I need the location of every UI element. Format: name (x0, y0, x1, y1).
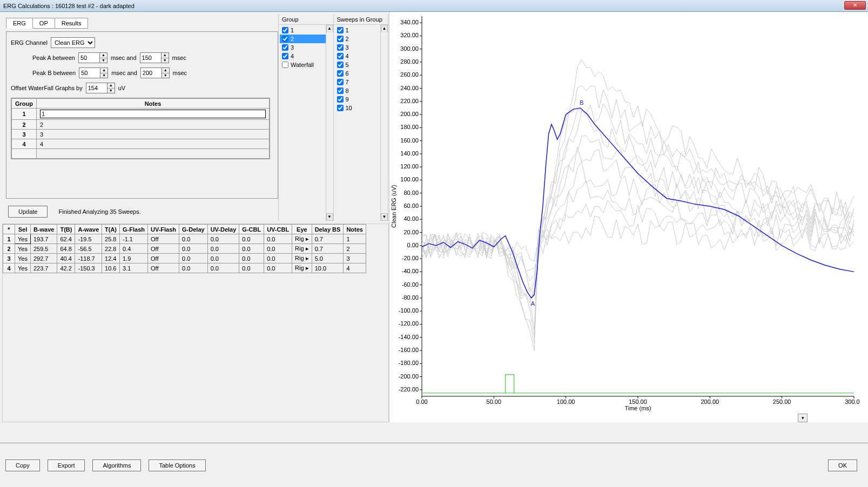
sweep-checkbox[interactable] (337, 27, 344, 33)
sweep-item[interactable]: 8 (335, 86, 387, 95)
sweep-item[interactable]: 9 (335, 95, 387, 104)
results-cell[interactable]: 42.2 (57, 263, 75, 273)
results-cell[interactable]: 3.1 (120, 263, 148, 273)
sweep-item[interactable]: 10 (335, 104, 387, 112)
peak-a-from[interactable] (78, 52, 100, 63)
results-cell[interactable]: 64.8 (57, 244, 75, 254)
offset-value[interactable] (86, 83, 107, 93)
close-button[interactable]: ✕ (844, 1, 866, 10)
results-cell[interactable]: Yes (15, 263, 31, 273)
sweep-item[interactable]: 5 (335, 60, 387, 69)
sweep-item[interactable]: 2 (335, 35, 387, 43)
results-cell[interactable]: Off (147, 234, 179, 244)
results-cell[interactable]: 0.0 (264, 263, 292, 273)
results-cell[interactable]: 0.0 (264, 254, 292, 263)
tab-erg[interactable]: ERG (6, 18, 33, 29)
sweep-checkbox[interactable] (337, 87, 344, 94)
results-cell[interactable]: 0.7 (312, 244, 344, 254)
sweep-checkbox[interactable] (337, 70, 344, 77)
group-item[interactable]: 4 (280, 52, 332, 60)
peak-b-to[interactable] (140, 67, 162, 78)
group-item[interactable]: 1 (280, 26, 332, 35)
results-cell[interactable]: 292.7 (30, 254, 57, 263)
algorithms-button[interactable]: Algorithms (92, 459, 141, 471)
peak-b-to-spin[interactable]: ▲▼ (162, 67, 170, 78)
sweep-checkbox[interactable] (337, 96, 344, 103)
peak-a-from-spin[interactable]: ▲▼ (100, 52, 107, 63)
results-cell[interactable]: 1 (3, 234, 15, 244)
results-cell[interactable]: 10.6 (102, 263, 120, 273)
peak-b-from[interactable] (79, 67, 100, 78)
results-cell[interactable]: 0.7 (312, 234, 344, 244)
results-cell[interactable]: 0.0 (264, 234, 292, 244)
results-cell[interactable]: 40.4 (57, 254, 75, 263)
results-cell[interactable]: 0.0 (207, 244, 239, 254)
results-cell[interactable]: 25.8 (102, 234, 120, 244)
sweep-checkbox[interactable] (337, 53, 344, 59)
group-item[interactable]: 3 (280, 43, 332, 52)
group-checkbox[interactable] (282, 53, 288, 59)
results-cell[interactable]: Rig ▸ (292, 244, 312, 254)
results-cell[interactable]: 1.9 (120, 254, 148, 263)
results-cell[interactable]: Off (147, 263, 179, 273)
results-cell[interactable]: Yes (15, 244, 31, 254)
results-cell[interactable]: 3 (3, 254, 15, 263)
results-cell[interactable]: Off (147, 244, 179, 254)
results-cell[interactable]: 0.0 (264, 244, 292, 254)
results-cell[interactable]: 62.4 (57, 234, 75, 244)
sweep-checkbox[interactable] (337, 79, 344, 85)
group-checkbox[interactable] (282, 44, 288, 51)
results-cell[interactable]: Rig ▸ (292, 263, 312, 273)
chart-menu-button[interactable]: ▾ (798, 414, 808, 422)
peak-b-from-spin[interactable]: ▲▼ (100, 67, 108, 78)
results-cell[interactable]: Rig ▸ (292, 254, 312, 263)
sweep-checkbox[interactable] (337, 105, 344, 111)
table-options-button[interactable]: Table Options (149, 459, 205, 471)
group-item[interactable]: Waterfall (280, 60, 332, 69)
sweep-item[interactable]: 6 (335, 69, 387, 78)
export-button[interactable]: Export (48, 459, 85, 471)
results-cell[interactable]: 0.0 (179, 254, 208, 263)
group-checkbox[interactable] (282, 36, 288, 42)
notes-cell[interactable] (40, 110, 266, 118)
sweep-item[interactable]: 3 (335, 43, 387, 52)
results-cell[interactable]: 22.8 (102, 244, 120, 254)
results-cell[interactable]: 3 (344, 254, 366, 263)
tab-results[interactable]: Results (55, 18, 89, 29)
peak-a-to[interactable] (140, 52, 162, 63)
ok-button[interactable]: OK (828, 459, 857, 471)
results-cell[interactable]: 0.0 (179, 234, 208, 244)
results-cell[interactable]: 5.0 (312, 254, 344, 263)
results-cell[interactable]: 0.0 (239, 263, 264, 273)
sweeps-scrollbar[interactable]: ▲▼ (380, 25, 388, 221)
group-scrollbar[interactable]: ▲▼ (326, 25, 333, 221)
group-checkbox[interactable] (282, 27, 288, 33)
sweep-checkbox[interactable] (337, 36, 344, 42)
results-cell[interactable]: 4 (344, 263, 366, 273)
results-cell[interactable]: -19.5 (75, 234, 102, 244)
results-cell[interactable]: 0.0 (239, 244, 264, 254)
results-cell[interactable]: 0.0 (207, 263, 239, 273)
results-cell[interactable]: 223.7 (30, 263, 57, 273)
sweep-item[interactable]: 4 (335, 52, 387, 60)
results-cell[interactable]: 10.0 (312, 263, 344, 273)
copy-button[interactable]: Copy (5, 459, 40, 471)
offset-spin[interactable]: ▲▼ (107, 83, 115, 93)
group-item[interactable]: 2 (280, 35, 332, 43)
erg-channel-select[interactable]: Clean ERG (51, 37, 95, 48)
results-cell[interactable]: Off (147, 254, 179, 263)
results-cell[interactable]: 2 (3, 244, 15, 254)
results-cell[interactable]: 12.4 (102, 254, 120, 263)
sweep-checkbox[interactable] (337, 62, 344, 68)
results-cell[interactable]: 193.7 (30, 234, 57, 244)
results-cell[interactable]: -1.1 (120, 234, 148, 244)
results-cell[interactable]: -56.5 (75, 244, 102, 254)
peak-a-to-spin[interactable]: ▲▼ (162, 52, 169, 63)
results-cell[interactable]: 1 (344, 234, 366, 244)
group-checkbox[interactable] (282, 62, 288, 68)
results-cell[interactable]: Rig ▸ (292, 234, 312, 244)
sweep-item[interactable]: 1 (335, 26, 387, 35)
results-cell[interactable]: 0.0 (239, 234, 264, 244)
sweep-checkbox[interactable] (337, 44, 344, 51)
results-cell[interactable]: -150.3 (75, 263, 102, 273)
